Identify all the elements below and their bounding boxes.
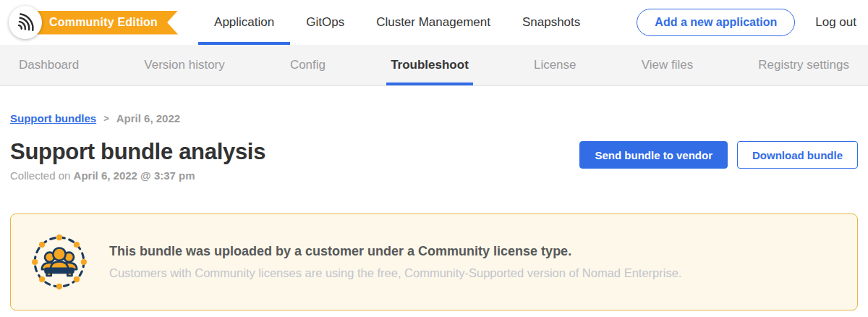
- subtab-version-history[interactable]: Version history: [140, 45, 229, 85]
- subtab-troubleshoot[interactable]: Troubleshoot: [386, 45, 473, 85]
- tab-gitops[interactable]: GitOps: [290, 0, 360, 45]
- community-people-icon: [31, 234, 88, 290]
- collected-timestamp: Collected on April 6, 2022 @ 3:37 pm: [10, 169, 265, 182]
- community-edition-badge: Community Edition: [25, 11, 178, 35]
- add-new-application-button[interactable]: Add a new application: [637, 9, 795, 36]
- subtab-config[interactable]: Config: [286, 45, 330, 85]
- replicated-logo-icon: [15, 12, 35, 33]
- collected-prefix: Collected on: [10, 169, 70, 182]
- tab-application[interactable]: Application: [198, 0, 290, 45]
- tab-cluster-management[interactable]: Cluster Management: [360, 0, 506, 45]
- topnav-actions: Add a new application Log out: [637, 0, 868, 45]
- subtab-view-files[interactable]: View files: [637, 45, 698, 85]
- page-title: Support bundle analysis: [10, 139, 265, 165]
- main-content: Support bundles > April 6, 2022 Support …: [0, 112, 868, 310]
- breadcrumb-support-bundles-link[interactable]: Support bundles: [10, 112, 96, 124]
- subtab-registry-settings[interactable]: Registry settings: [754, 45, 854, 85]
- top-tabs: Application GitOps Cluster Management Sn…: [198, 0, 596, 45]
- community-license-alert: This bundle was uploaded by a customer u…: [10, 214, 858, 310]
- send-bundle-to-vendor-button[interactable]: Send bundle to vendor: [579, 141, 728, 169]
- alert-heading: This bundle was uploaded by a customer u…: [109, 244, 681, 259]
- collected-date: April 6, 2022 @ 3:37 pm: [74, 169, 195, 182]
- app-sub-navbar: Dashboard Version history Config Trouble…: [0, 45, 868, 86]
- title-row: Support bundle analysis Collected on Apr…: [10, 139, 858, 182]
- download-bundle-button[interactable]: Download bundle: [737, 141, 858, 169]
- top-navbar: Community Edition Application GitOps Clu…: [0, 0, 868, 45]
- alert-body: Customers with Community licenses are us…: [109, 266, 681, 280]
- tab-snapshots[interactable]: Snapshots: [506, 0, 596, 45]
- brand: Community Edition: [0, 0, 178, 45]
- bundle-actions: Send bundle to vendor Download bundle: [579, 141, 858, 169]
- logout-link[interactable]: Log out: [815, 15, 856, 30]
- alert-text-block: This bundle was uploaded by a customer u…: [109, 244, 681, 280]
- breadcrumb: Support bundles > April 6, 2022: [10, 112, 858, 124]
- subtab-license[interactable]: License: [529, 45, 581, 85]
- subtab-dashboard[interactable]: Dashboard: [14, 45, 83, 85]
- replicated-logo: [9, 6, 42, 39]
- breadcrumb-separator: >: [103, 113, 109, 124]
- breadcrumb-current: April 6, 2022: [116, 112, 180, 124]
- title-block: Support bundle analysis Collected on Apr…: [10, 139, 265, 182]
